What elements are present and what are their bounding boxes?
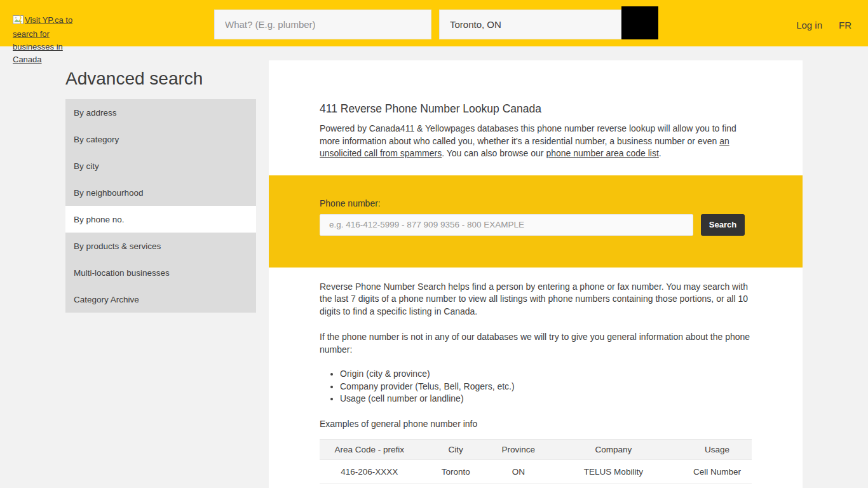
sidebar-item-by-phone-no[interactable]: By phone no. (65, 206, 256, 233)
header-search-button[interactable] (621, 6, 658, 39)
description-paragraph-1: Reverse Phone Number Search helps find a… (320, 281, 752, 318)
sidebar-item-label: By city (74, 161, 99, 171)
sidebar-item-label: By neighbourhood (74, 188, 144, 198)
intro-text: Powered by Canada411 & Yellowpages datab… (320, 123, 736, 146)
sidebar-item-label: Category Archive (74, 295, 139, 304)
phone-search-button[interactable]: Search (701, 214, 745, 236)
table-header-row: Area Code - prefix City Province Company… (320, 439, 752, 459)
cell-province: ON (492, 459, 545, 484)
description-paragraph-2: If the phone number is not in any of our… (320, 331, 752, 356)
sidebar-item-label: By phone no. (74, 215, 125, 224)
sidebar-item-label: Multi-location businesses (74, 268, 170, 278)
header-area-code-prefix: Area Code - prefix (320, 439, 419, 459)
general-info-list: Origin (city & province) Company provide… (320, 368, 752, 405)
main-content-card: 411 Reverse Phone Number Lookup Canada P… (269, 60, 803, 488)
list-item-company: Company provider (Telus, Bell, Rogers, e… (340, 381, 752, 393)
sidebar-item-category-archive[interactable]: Category Archive (65, 286, 256, 313)
list-item-origin: Origin (city & province) (340, 368, 752, 381)
sidebar-item-multi-location[interactable]: Multi-location businesses (65, 259, 256, 286)
table-row: 416-206-XXXX Toronto ON TELUS Mobility C… (320, 459, 752, 484)
examples-caption: Examples of general phone number info (320, 419, 752, 429)
cell-usage: Cell Number (682, 459, 752, 484)
what-search-input[interactable] (214, 10, 431, 39)
phone-number-input[interactable] (320, 214, 693, 236)
cell-area-code-prefix: 416-206-XXXX (320, 459, 419, 484)
intro-text: . You can also browse our (442, 148, 546, 158)
header-bar (0, 0, 868, 46)
phone-number-label: Phone number: (320, 198, 752, 208)
broken-image-icon (13, 15, 24, 28)
sidebar-item-by-neighbourhood[interactable]: By neighbourhood (65, 179, 256, 206)
header-province: Province (492, 439, 545, 459)
lookup-heading: 411 Reverse Phone Number Lookup Canada (320, 101, 752, 116)
sidebar-item-by-products-services[interactable]: By products & services (65, 233, 256, 259)
where-search-input[interactable] (439, 10, 621, 39)
list-item-usage: Usage (cell number or landline) (340, 393, 752, 405)
area-code-list-link[interactable]: phone number area code list (546, 148, 658, 158)
sidebar-item-label: By products & services (74, 241, 161, 251)
header-usage: Usage (682, 439, 752, 459)
cell-company: TELUS Mobility (545, 459, 683, 484)
login-link[interactable]: Log in (796, 20, 822, 30)
sidebar-item-label: By category (74, 135, 119, 144)
header-links: Log in FR (796, 20, 851, 30)
sidebar-item-by-category[interactable]: By category (65, 126, 256, 152)
sidebar-item-by-city[interactable]: By city (65, 152, 256, 179)
sidebar-item-label: By address (74, 108, 117, 118)
intro-text: . (659, 148, 661, 158)
header-company: Company (545, 439, 683, 459)
yp-logo-link[interactable]: Visit YP.ca to search for businesses in … (13, 14, 84, 66)
sidebar-item-by-address[interactable]: By address (65, 99, 256, 126)
phone-info-table: Area Code - prefix City Province Company… (320, 439, 752, 484)
advanced-search-menu: By address By category By city By neighb… (65, 99, 256, 313)
cell-city: Toronto (419, 459, 492, 484)
intro-paragraph: Powered by Canada411 & Yellowpages datab… (320, 123, 752, 160)
page-title: Advanced search (65, 69, 203, 89)
phone-search-box: Phone number: Search (269, 175, 803, 268)
language-toggle-fr[interactable]: FR (839, 20, 851, 30)
header-city: City (419, 439, 492, 459)
